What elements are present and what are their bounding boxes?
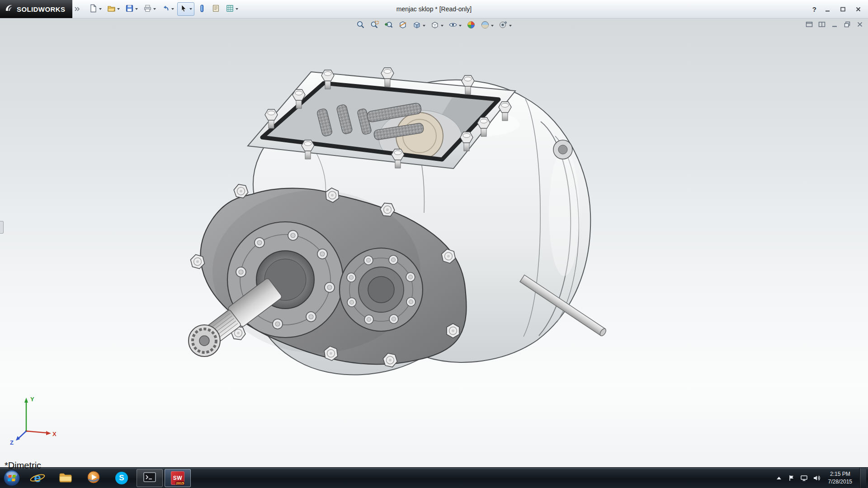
show-hidden-icons-button[interactable] bbox=[775, 474, 783, 482]
open-folder-icon bbox=[107, 4, 116, 14]
dropdown-caret[interactable] bbox=[236, 8, 238, 10]
gearbox-model[interactable] bbox=[189, 68, 607, 375]
document-window-controls bbox=[805, 20, 864, 29]
new-document-button[interactable] bbox=[87, 2, 104, 16]
minimize-document-button[interactable] bbox=[830, 20, 839, 29]
maximize-button[interactable] bbox=[838, 5, 847, 14]
start-button[interactable] bbox=[0, 468, 24, 488]
x-axis-arrow bbox=[46, 431, 51, 435]
clock[interactable]: 2:15 PM 7/28/2015 bbox=[828, 470, 852, 485]
skype-letter: S bbox=[119, 474, 124, 483]
new-window-button[interactable] bbox=[805, 20, 814, 29]
skype-icon: S bbox=[115, 472, 128, 484]
view-orientation-button[interactable] bbox=[411, 20, 427, 32]
file-properties-button[interactable] bbox=[209, 2, 222, 16]
dropdown-caret[interactable] bbox=[441, 25, 443, 27]
heads-up-view-toolbar bbox=[355, 20, 513, 32]
dropdown-caret[interactable] bbox=[117, 8, 120, 10]
dropdown-caret[interactable] bbox=[153, 8, 156, 10]
dropdown-caret[interactable] bbox=[171, 8, 174, 10]
document-title: menjac sklop * [Read-only] bbox=[396, 5, 472, 13]
reference-triad[interactable]: Y X Z bbox=[5, 394, 59, 448]
secondary-bearing-cover[interactable] bbox=[340, 248, 423, 331]
section-view-icon bbox=[398, 20, 407, 31]
zoom-to-fit-button[interactable] bbox=[355, 20, 367, 32]
help-icon[interactable]: ? bbox=[812, 5, 816, 13]
options-button[interactable] bbox=[223, 2, 241, 16]
folder-icon bbox=[58, 471, 73, 485]
dropdown-caret[interactable] bbox=[189, 8, 192, 10]
z-axis[interactable] bbox=[19, 431, 26, 438]
volume-icon[interactable] bbox=[813, 474, 821, 482]
view-settings-button[interactable] bbox=[497, 20, 513, 32]
main-toolbar bbox=[80, 2, 241, 16]
y-axis-label: Y bbox=[30, 396, 34, 403]
split-window-button[interactable] bbox=[817, 20, 826, 29]
print-icon bbox=[143, 4, 152, 14]
previous-view-button[interactable] bbox=[383, 20, 395, 32]
command-prompt-icon bbox=[143, 471, 156, 485]
y-axis-arrow bbox=[24, 398, 28, 403]
network-icon[interactable] bbox=[800, 474, 808, 482]
previous-view-icon bbox=[384, 20, 393, 31]
menu-expand-chevron-icon[interactable] bbox=[74, 6, 80, 12]
zoom-to-area-icon bbox=[370, 20, 379, 31]
graphics-area[interactable] bbox=[0, 19, 868, 468]
instant3d-button[interactable] bbox=[195, 2, 208, 16]
system-tray: 2:15 PM 7/28/2015 bbox=[775, 468, 868, 488]
dropdown-caret[interactable] bbox=[491, 25, 494, 27]
close-button[interactable] bbox=[854, 5, 863, 14]
options-grid-icon bbox=[226, 4, 234, 14]
view-settings-icon bbox=[499, 20, 508, 31]
display-style-button[interactable] bbox=[429, 20, 445, 32]
taskbar-skype[interactable]: S bbox=[108, 469, 135, 487]
section-view-button[interactable] bbox=[397, 20, 409, 32]
zoom-to-area-button[interactable] bbox=[369, 20, 381, 32]
taskbar-solidworks[interactable]: SW 2015 bbox=[165, 469, 191, 487]
zoom-to-fit-icon bbox=[356, 20, 365, 31]
eye-icon bbox=[448, 20, 458, 31]
restore-document-button[interactable] bbox=[843, 20, 852, 29]
brand-text: SOLIDWORKS bbox=[17, 5, 65, 13]
titlebar-controls: ? bbox=[812, 5, 868, 14]
minimize-button[interactable] bbox=[823, 5, 832, 14]
pane-splitter-handle[interactable] bbox=[0, 221, 4, 234]
taskbar-media-player[interactable] bbox=[80, 469, 107, 487]
view-orientation-label: *Dimetric bbox=[5, 461, 41, 470]
solidworks-letters: SW bbox=[173, 475, 182, 481]
apply-scene-button[interactable] bbox=[479, 20, 495, 32]
undo-button[interactable] bbox=[159, 2, 176, 16]
action-center-flag-icon[interactable] bbox=[788, 474, 796, 482]
edit-appearance-button[interactable] bbox=[465, 20, 477, 32]
instant3d-icon bbox=[198, 4, 206, 14]
solidworks-year-badge: 2015 bbox=[175, 481, 184, 485]
print-button[interactable] bbox=[141, 2, 158, 16]
close-document-button[interactable] bbox=[855, 20, 864, 29]
taskbar-windows-explorer[interactable] bbox=[52, 469, 79, 487]
solidworks-window: SOLIDWORKS bbox=[0, 0, 868, 488]
dropdown-caret[interactable] bbox=[99, 8, 102, 10]
open-button[interactable] bbox=[105, 2, 122, 16]
x-axis[interactable] bbox=[26, 431, 47, 433]
vent-boss[interactable] bbox=[553, 140, 572, 159]
file-properties-icon bbox=[212, 4, 220, 14]
select-cursor-icon bbox=[179, 4, 188, 14]
undo-arrow-icon bbox=[161, 4, 170, 14]
dropdown-caret[interactable] bbox=[423, 25, 425, 27]
solidworks-logo-icon bbox=[5, 4, 14, 14]
solidworks-menu-button[interactable]: SOLIDWORKS bbox=[0, 0, 72, 18]
taskbar-internet-explorer[interactable]: e bbox=[24, 469, 51, 487]
x-axis-label: X bbox=[52, 431, 57, 437]
hide-show-items-button[interactable] bbox=[447, 20, 463, 32]
dropdown-caret[interactable] bbox=[459, 25, 462, 27]
dropdown-caret[interactable] bbox=[135, 8, 138, 10]
taskbar: e S bbox=[0, 467, 868, 488]
select-button[interactable] bbox=[177, 2, 194, 16]
taskbar-command-prompt[interactable] bbox=[137, 469, 163, 487]
show-desktop-button[interactable] bbox=[859, 468, 866, 488]
save-button[interactable] bbox=[123, 2, 140, 16]
title-bar: SOLIDWORKS bbox=[0, 0, 868, 19]
display-style-icon bbox=[430, 20, 439, 31]
view-orientation-cube-icon bbox=[412, 20, 421, 31]
dropdown-caret[interactable] bbox=[509, 25, 512, 27]
